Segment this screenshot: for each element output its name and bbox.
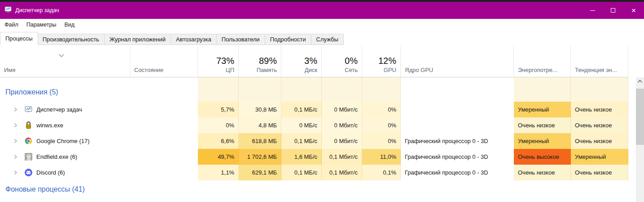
maximize-button[interactable] bbox=[603, 2, 623, 19]
process-row-chrome[interactable]: Google Chrome (17) 6,6% 618,8 МБ 0,1 МБ/… bbox=[0, 133, 628, 149]
status-cell bbox=[130, 149, 198, 165]
vertical-scrollbar[interactable] bbox=[636, 77, 644, 202]
tab-processes[interactable]: Процессы bbox=[0, 32, 38, 45]
maximize-icon bbox=[611, 8, 615, 13]
network-cell: 0 Мбит/с bbox=[322, 133, 362, 149]
menu-bar: Файл Параметры Вид bbox=[0, 19, 644, 31]
section-title-apps: Приложения (5) bbox=[0, 83, 198, 102]
expand-chevron-icon[interactable] bbox=[13, 123, 18, 128]
tab-startup[interactable]: Автозагрузка bbox=[171, 34, 217, 45]
tab-services[interactable]: Службы bbox=[311, 34, 344, 45]
power-usage-cell: Очень низкое bbox=[514, 165, 571, 180]
endfield-game-icon bbox=[25, 153, 32, 161]
process-row-task-manager[interactable]: Диспетчер задач 5,7% 30,8 МБ 0,1 МБ/с 0 … bbox=[0, 102, 628, 117]
section-row-apps[interactable]: Приложения (5) bbox=[0, 83, 628, 102]
disk-cell: 0,1 МБ/с bbox=[281, 102, 322, 117]
power-trend-cell: Умеренный bbox=[571, 149, 628, 165]
cpu-cell: 49,7% bbox=[198, 149, 239, 165]
process-row-endfield[interactable]: Endfield.exe (6) 49,7% 1 702,6 МБ 1,6 МБ… bbox=[0, 149, 628, 165]
disk-cell: 1,6 МБ/с bbox=[281, 149, 322, 165]
process-name: Google Chrome (17) bbox=[36, 138, 90, 144]
power-usage-cell: Умеренный bbox=[514, 133, 571, 149]
process-name: winws.exe bbox=[36, 122, 63, 129]
column-header-memory[interactable]: 89% Память bbox=[239, 46, 281, 77]
memory-cell: 618,8 МБ bbox=[239, 133, 281, 149]
memory-cell: 629,1 МБ bbox=[239, 165, 281, 180]
cpu-cell: 6,6% bbox=[198, 133, 239, 149]
column-header-power-usage[interactable]: Энергопотре... bbox=[514, 46, 571, 77]
memory-cell: 4,8 МБ bbox=[239, 117, 281, 133]
task-manager-icon bbox=[25, 106, 32, 113]
process-name-cell: Google Chrome (17) bbox=[0, 133, 130, 149]
gpu-total-percent: 12% bbox=[378, 55, 396, 67]
process-list: Приложения (5) Диспетчер задач 5,7% 30,8… bbox=[0, 77, 644, 202]
menu-options[interactable]: Параметры bbox=[22, 19, 61, 31]
tab-details[interactable]: Подробности bbox=[265, 34, 311, 45]
column-header-network[interactable]: 0% Сеть bbox=[322, 46, 362, 77]
cpu-cell: 0% bbox=[198, 117, 239, 133]
tab-bar: Процессы Производительность Журнал прило… bbox=[0, 31, 644, 45]
column-header-status[interactable]: Состояние bbox=[130, 46, 198, 77]
column-header-name[interactable]: Имя bbox=[0, 46, 130, 77]
discord-icon bbox=[25, 169, 32, 176]
expand-chevron-icon[interactable] bbox=[13, 107, 18, 112]
expand-chevron-icon[interactable] bbox=[13, 170, 18, 175]
column-header-row: Имя Состояние 73% ЦП 89% Память 3% Диск … bbox=[0, 46, 628, 77]
disk-total-percent: 3% bbox=[304, 55, 317, 67]
memory-cell: 30,8 МБ bbox=[239, 102, 281, 117]
network-total-percent: 0% bbox=[345, 55, 358, 67]
cpu-cell: 5,7% bbox=[198, 102, 239, 117]
column-header-disk[interactable]: 3% Диск bbox=[281, 46, 322, 77]
power-trend-cell: Очень низкое bbox=[571, 165, 628, 180]
gpu-cell: 0% bbox=[362, 117, 401, 133]
minimize-button[interactable] bbox=[582, 2, 603, 19]
gpu-cell: 0% bbox=[362, 133, 401, 149]
column-header-gpu[interactable]: 12% GPU bbox=[362, 46, 401, 77]
column-header-power-trend[interactable]: Тенденция эн... bbox=[571, 46, 628, 77]
tab-users[interactable]: Пользователи bbox=[217, 34, 265, 45]
status-cell bbox=[130, 165, 198, 180]
process-name-cell: Endfield.exe (6) bbox=[0, 149, 130, 165]
power-usage-cell: Очень высокое bbox=[514, 149, 571, 165]
gpu-core-cell: Графический процессор 0 - 3D bbox=[401, 133, 514, 149]
process-row-winws[interactable]: winws.exe 0% 4,8 МБ 0 МБ/с 0 Мбит/с 0% О… bbox=[0, 117, 628, 133]
close-button[interactable]: ✕ bbox=[623, 2, 644, 19]
scrollbar-up-button[interactable] bbox=[636, 77, 644, 85]
chevron-up-icon bbox=[637, 80, 643, 83]
network-cell: 0 Мбит/с bbox=[322, 102, 362, 117]
expand-chevron-icon[interactable] bbox=[13, 154, 18, 159]
window-title: Диспетчер задач bbox=[15, 7, 582, 13]
disk-cell: 0 МБ/с bbox=[281, 117, 322, 133]
menu-file[interactable]: Файл bbox=[0, 19, 22, 31]
title-bar: Диспетчер задач ✕ bbox=[0, 2, 644, 19]
expand-chevron-icon[interactable] bbox=[13, 139, 18, 144]
network-cell: 0,1 Мбит/с bbox=[322, 165, 362, 180]
power-trend-cell: Очень низкое bbox=[571, 117, 628, 133]
gpu-core-cell bbox=[401, 102, 514, 117]
power-usage-cell: Умеренный bbox=[514, 102, 571, 117]
padlock-icon bbox=[25, 121, 32, 129]
process-name: Диспетчер задач bbox=[36, 106, 82, 113]
column-header-cpu[interactable]: 73% ЦП bbox=[198, 46, 239, 77]
tab-performance[interactable]: Производительность bbox=[38, 34, 105, 45]
status-cell bbox=[130, 133, 198, 149]
section-row-background[interactable]: Фоновые процессы (41) bbox=[0, 180, 628, 202]
disk-cell: 0,1 МБ/с bbox=[281, 165, 322, 180]
scrollbar-thumb[interactable] bbox=[636, 89, 644, 145]
network-cell: 0,1 Мбит/с bbox=[322, 149, 362, 165]
memory-cell: 1 702,6 МБ bbox=[239, 149, 281, 165]
column-header-gpu-core[interactable]: Ядро GPU bbox=[401, 46, 514, 77]
chevron-down-icon[interactable] bbox=[58, 51, 65, 59]
task-manager-app-icon bbox=[4, 6, 12, 15]
process-name: Discord (6) bbox=[36, 169, 65, 176]
menu-view[interactable]: Вид bbox=[60, 19, 79, 31]
chrome-icon bbox=[25, 137, 32, 145]
gpu-cell: 0,1% bbox=[362, 165, 401, 180]
cpu-cell: 1,1% bbox=[198, 165, 239, 180]
process-name-cell: winws.exe bbox=[0, 117, 130, 133]
process-row-discord[interactable]: Discord (6) 1,1% 629,1 МБ 0,1 МБ/с 0,1 М… bbox=[0, 165, 628, 180]
gpu-core-cell: Графический процессор 0 - 3D bbox=[401, 165, 514, 180]
section-title-background: Фоновые процессы (41) bbox=[0, 180, 198, 193]
tab-app-history[interactable]: Журнал приложений bbox=[105, 34, 171, 45]
gpu-core-cell: Графический процессор 0 - 3D bbox=[401, 149, 514, 165]
